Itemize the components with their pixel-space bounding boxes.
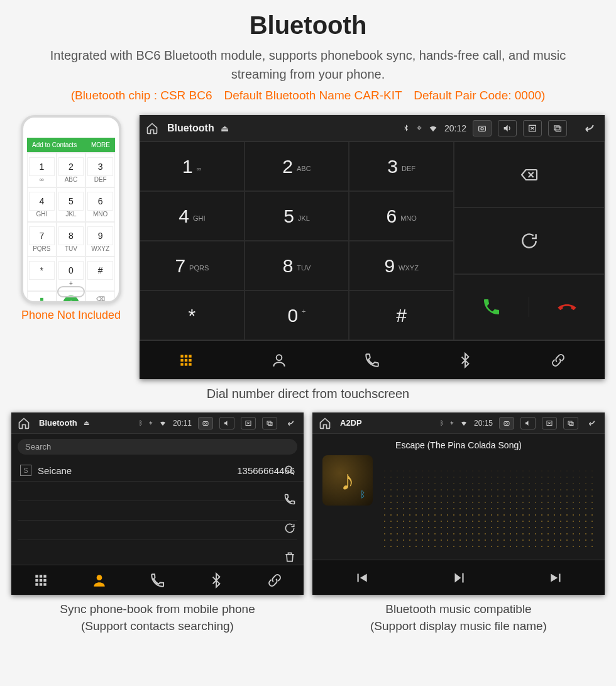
tab-pair[interactable] xyxy=(512,341,605,379)
close-icon[interactable] xyxy=(241,417,256,429)
recent-apps-icon[interactable] xyxy=(262,417,277,429)
tab-pair[interactable] xyxy=(245,565,304,595)
bluetooth-status-icon: ᛒ xyxy=(440,419,444,426)
svg-rect-11 xyxy=(180,363,183,365)
tab-dialpad[interactable] xyxy=(11,565,70,595)
contact-badge: S xyxy=(20,465,31,476)
tab-call-log[interactable] xyxy=(128,565,187,595)
svg-rect-0 xyxy=(479,126,486,131)
tab-contacts[interactable] xyxy=(233,341,326,379)
redial-button[interactable] xyxy=(454,207,605,274)
back-icon[interactable] xyxy=(580,122,598,135)
svg-rect-34 xyxy=(568,421,572,424)
recent-apps-icon[interactable] xyxy=(563,417,578,429)
phone-caption: Phone Not Included xyxy=(11,309,131,322)
phone-header-left: Add to Contacts xyxy=(32,141,77,148)
home-icon[interactable] xyxy=(146,122,158,135)
search-input[interactable]: Search xyxy=(18,439,297,455)
phone-mockup: Add to Contacts MORE 1∞2ABC3DEF 4GHI5JKL… xyxy=(21,115,121,304)
status-title: A2DP xyxy=(340,418,362,428)
a2dp-panel: A2DP ᛒ ⌖ 20:15 Escape (The Pina Colada S… xyxy=(312,412,605,595)
delete-icon[interactable] xyxy=(281,548,299,566)
key-star[interactable]: * xyxy=(140,290,245,340)
close-icon[interactable] xyxy=(542,417,557,429)
usb-icon: ⏏ xyxy=(221,123,229,133)
tab-bluetooth[interactable] xyxy=(419,341,512,379)
svg-point-30 xyxy=(96,575,102,580)
svg-rect-21 xyxy=(35,575,38,577)
play-pause-button[interactable] xyxy=(410,560,507,595)
hangup-button[interactable] xyxy=(529,297,604,317)
svg-rect-23 xyxy=(43,575,46,577)
status-time: 20:11 xyxy=(173,419,192,428)
back-icon[interactable] xyxy=(585,419,598,428)
wifi-icon xyxy=(428,123,438,133)
svg-rect-7 xyxy=(189,355,191,357)
svg-rect-12 xyxy=(185,363,187,365)
key-hash[interactable]: # xyxy=(349,290,454,340)
next-track-button[interactable] xyxy=(507,560,605,595)
svg-point-32 xyxy=(506,423,508,424)
key-1[interactable]: 1∞ xyxy=(140,141,245,191)
volume-icon[interactable] xyxy=(520,417,536,429)
key-0[interactable]: 0+ xyxy=(245,290,349,340)
contact-name: Seicane xyxy=(38,465,237,476)
prev-track-button[interactable] xyxy=(312,560,410,595)
svg-rect-3 xyxy=(554,126,559,130)
page-subtitle: Integrated with BC6 Bluetooth module, su… xyxy=(0,40,616,86)
svg-rect-13 xyxy=(189,363,191,365)
key-8[interactable]: 8TUV xyxy=(245,241,349,290)
phone-header-right: MORE xyxy=(91,141,110,148)
svg-rect-26 xyxy=(43,578,46,581)
page-specs: (Bluetooth chip : CSR BC6 Default Blueto… xyxy=(0,86,616,115)
volume-icon[interactable] xyxy=(498,120,517,136)
tab-dialpad[interactable] xyxy=(140,341,233,379)
svg-rect-28 xyxy=(39,583,41,585)
contact-row[interactable]: S Seicane 13566664466 xyxy=(11,460,304,482)
album-art: ♪ ᛒ xyxy=(322,455,373,506)
svg-rect-8 xyxy=(180,358,183,361)
sync-icon[interactable] xyxy=(281,519,299,537)
key-2[interactable]: 2ABC xyxy=(245,141,349,191)
location-icon: ⌖ xyxy=(450,419,454,427)
call-button[interactable] xyxy=(454,297,529,317)
home-icon[interactable] xyxy=(18,417,30,429)
volume-icon[interactable] xyxy=(219,417,234,429)
bluetooth-badge-icon: ᛒ xyxy=(360,489,365,499)
home-icon[interactable] xyxy=(319,417,331,429)
music-note-icon: ♪ xyxy=(341,465,355,496)
backspace-button[interactable] xyxy=(454,141,605,207)
svg-point-20 xyxy=(285,466,292,472)
svg-rect-35 xyxy=(569,422,573,425)
back-icon[interactable] xyxy=(283,419,297,428)
tab-call-log[interactable] xyxy=(326,341,419,379)
svg-rect-10 xyxy=(189,358,191,361)
close-icon[interactable] xyxy=(523,120,542,136)
key-3[interactable]: 3DEF xyxy=(349,141,454,191)
key-5[interactable]: 5JKL xyxy=(245,191,349,241)
svg-rect-4 xyxy=(556,127,561,131)
phone-column: ༄ Add to Contacts MORE 1∞2ABC3DEF 4GHI5J… xyxy=(11,115,131,322)
bottom-tabs xyxy=(140,340,605,379)
dialer-panel: Bluetooth ⏏ ⌖ 20:12 xyxy=(140,115,605,379)
screenshot-icon[interactable] xyxy=(499,417,514,429)
svg-rect-25 xyxy=(39,578,41,581)
key-7[interactable]: 7PQRS xyxy=(140,241,245,290)
status-title: Bluetooth xyxy=(167,123,214,134)
tab-bluetooth[interactable] xyxy=(187,565,245,595)
call-icon[interactable] xyxy=(281,490,299,508)
tab-contacts[interactable] xyxy=(70,565,128,595)
status-title: Bluetooth xyxy=(39,418,77,428)
recent-apps-icon[interactable] xyxy=(548,120,567,136)
screenshot-icon[interactable] xyxy=(473,120,492,136)
svg-rect-24 xyxy=(35,578,38,581)
usb-icon: ⏏ xyxy=(84,419,89,426)
key-4[interactable]: 4GHI xyxy=(140,191,245,241)
search-icon[interactable] xyxy=(281,462,299,479)
wifi-icon xyxy=(159,419,167,427)
status-time: 20:12 xyxy=(444,123,466,133)
key-9[interactable]: 9WXYZ xyxy=(349,241,454,290)
screenshot-icon[interactable] xyxy=(198,417,213,429)
equalizer-visual xyxy=(382,462,596,551)
key-6[interactable]: 6MNO xyxy=(349,191,454,241)
